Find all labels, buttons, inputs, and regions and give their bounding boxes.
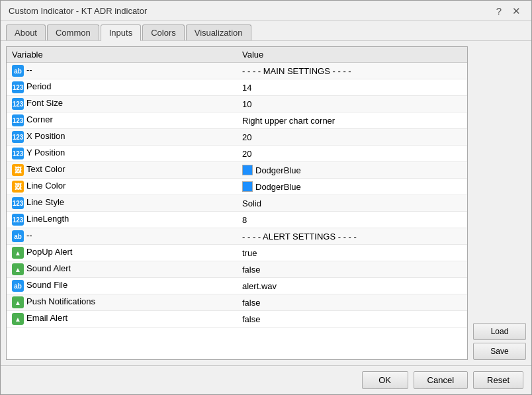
value-cell: false [237, 311, 467, 328]
table-row[interactable]: 123CornerRight upper chart corner [7, 112, 467, 129]
table-row[interactable]: 123Line StyleSolid [7, 195, 467, 212]
value-cell: 20 [237, 146, 467, 162]
variable-label: Push Notifications [26, 296, 95, 306]
table-row[interactable]: ▲Push Notificationsfalse [7, 294, 467, 311]
variable-cell: 123Y Position [7, 146, 237, 162]
dialog: Custom Indicator - KT ADR indicator ? ✕ … [0, 0, 532, 395]
color-box [242, 165, 253, 175]
value-cell: Solid [237, 195, 467, 212]
reset-button[interactable]: Reset [473, 371, 523, 389]
value-cell: 14 [237, 79, 467, 96]
variable-cell: 123Font Size [7, 96, 237, 112]
table-row[interactable]: 🖼Text ColorDodgerBlue [7, 162, 467, 179]
variable-cell: ▲Push Notifications [7, 294, 237, 311]
variable-label: Email Alert [26, 313, 67, 323]
type-icon: ab [12, 230, 24, 242]
type-icon: 123 [12, 148, 24, 159]
variable-cell: 123Line Style [7, 195, 237, 212]
type-icon: 123 [12, 197, 24, 209]
table-row[interactable]: 123Font Size10 [7, 96, 467, 112]
variable-label: Font Size [26, 98, 63, 108]
cancel-button[interactable]: Cancel [414, 371, 468, 389]
color-label: DodgerBlue [255, 165, 301, 175]
variable-cell: ▲Email Alert [7, 311, 237, 328]
tab-bar: About Common Inputs Colors Visualization [1, 21, 531, 41]
variable-cell: ▲PopUp Alert [7, 245, 237, 261]
tab-colors[interactable]: Colors [142, 24, 185, 40]
type-icon: 123 [12, 81, 24, 93]
variable-cell: 🖼Line Color [7, 179, 237, 195]
variable-cell: abSound File [7, 278, 237, 294]
tab-common[interactable]: Common [47, 24, 99, 40]
color-label: DodgerBlue [255, 182, 301, 192]
variable-cell: 123X Position [7, 129, 237, 146]
type-icon: 🖼 [12, 164, 24, 176]
variable-cell: ▲Sound Alert [7, 261, 237, 278]
variable-label: -- [26, 65, 32, 75]
type-icon: ▲ [12, 247, 24, 259]
table-row[interactable]: ▲Email Alertfalse [7, 311, 467, 328]
variable-cell: 123LineLength [7, 212, 237, 228]
variable-label: Line Color [26, 181, 66, 191]
type-icon: ab [12, 65, 24, 77]
ok-button[interactable]: OK [362, 371, 408, 389]
side-buttons: Load Save [473, 46, 526, 360]
value-cell: true [237, 245, 467, 261]
dialog-title: Custom Indicator - KT ADR indicator [9, 6, 147, 16]
variable-cell: 123Corner [7, 112, 237, 129]
tab-inputs[interactable]: Inputs [101, 24, 141, 41]
title-bar-controls: ? ✕ [494, 6, 523, 16]
table-row[interactable]: 123Period14 [7, 79, 467, 96]
type-icon: ▲ [12, 296, 24, 308]
save-button[interactable]: Save [473, 343, 526, 360]
variable-label: Text Color [26, 164, 66, 174]
table-row[interactable]: ▲Sound Alertfalse [7, 261, 467, 278]
color-box [242, 181, 253, 192]
variable-cell: 123Period [7, 79, 237, 96]
value-cell: Right upper chart corner [237, 112, 467, 129]
type-icon: ▲ [12, 313, 24, 325]
table-row[interactable]: 123X Position20 [7, 129, 467, 146]
col-header-value: Value [237, 47, 467, 63]
value-cell: alert.wav [237, 278, 467, 294]
parameters-table: Variable Value ab--- - - - MAIN SETTINGS… [6, 46, 468, 360]
table-row[interactable]: 123LineLength8 [7, 212, 467, 228]
table-row[interactable]: abSound Filealert.wav [7, 278, 467, 294]
value-cell: - - - - ALERT SETTINGS - - - - [237, 228, 467, 245]
close-button[interactable]: ✕ [510, 6, 523, 16]
tab-visualization[interactable]: Visualization [186, 24, 251, 40]
variable-label: Sound Alert [26, 263, 71, 273]
type-icon: 123 [12, 98, 24, 110]
value-cell: false [237, 261, 467, 278]
tab-about[interactable]: About [6, 24, 46, 40]
table-row[interactable]: 123Y Position20 [7, 146, 467, 162]
variable-label: Line Style [26, 197, 64, 207]
color-swatch: DodgerBlue [242, 165, 301, 175]
load-button[interactable]: Load [473, 323, 526, 340]
type-icon: 123 [12, 114, 24, 126]
table-row[interactable]: 🖼Line ColorDodgerBlue [7, 179, 467, 195]
table-row[interactable]: ab--- - - - ALERT SETTINGS - - - - [7, 228, 467, 245]
value-cell: false [237, 294, 467, 311]
table-row[interactable]: ab--- - - - MAIN SETTINGS - - - - [7, 63, 467, 79]
variable-label: Y Position [26, 148, 65, 157]
value-cell: 10 [237, 96, 467, 112]
col-header-variable: Variable [7, 47, 237, 63]
table-row[interactable]: ▲PopUp Alerttrue [7, 245, 467, 261]
help-button[interactable]: ? [494, 6, 504, 16]
variable-cell: ab-- [7, 228, 237, 245]
bottom-bar: OK Cancel Reset [1, 365, 531, 394]
type-icon: 🖼 [12, 181, 24, 193]
value-cell: - - - - MAIN SETTINGS - - - - [237, 63, 467, 79]
title-bar: Custom Indicator - KT ADR indicator ? ✕ [1, 1, 531, 21]
color-swatch: DodgerBlue [242, 181, 301, 192]
type-icon: 123 [12, 131, 24, 143]
variable-label: LineLength [26, 214, 69, 224]
variable-label: Period [26, 81, 52, 91]
variable-label: Corner [26, 114, 53, 124]
value-cell: 20 [237, 129, 467, 146]
content-area: Variable Value ab--- - - - MAIN SETTINGS… [1, 41, 531, 365]
variable-label: X Position [26, 131, 66, 141]
type-icon: ▲ [12, 263, 24, 275]
variable-cell: 🖼Text Color [7, 162, 237, 179]
